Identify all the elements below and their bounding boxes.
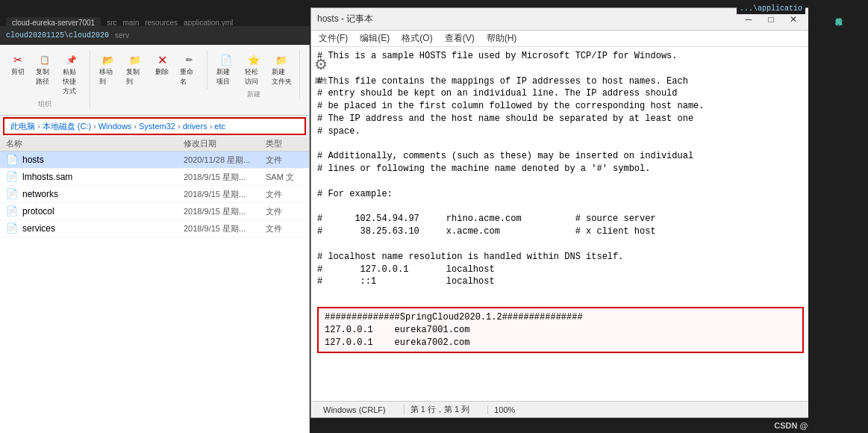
file-item-hosts[interactable]: 📄 hosts 2020/11/28 星期... 文件 [0,152,309,169]
ribbon-group-properties: ⚙ 属性 [306,51,342,87]
file-name-services: services [22,223,184,234]
highlight-box: ##############SpringCloud2020.1.2#######… [317,307,804,353]
folder-icon: 📁 [272,52,290,67]
delete-icon: ✕ [153,52,171,67]
delete-button[interactable]: ✕ 删除 [150,51,174,78]
copy-path-button[interactable]: 📋 复制路径 [33,51,57,88]
ide-right-text[interactable]: 检索服务 [830,6,846,18]
copy2-button[interactable]: 📁 复制到 [123,51,147,88]
file-icon-lmhosts: 📄 [6,171,18,183]
menu-help[interactable]: 帮助(H) [482,31,522,46]
file-icon-protocol: 📄 [6,205,18,217]
file-icon-networks: 📄 [6,188,18,200]
file-icon-services: 📄 [6,222,18,234]
file-name-networks: networks [22,189,184,199]
new-item-button[interactable]: 📄 新建项目 [213,51,239,88]
file-type-hosts: 文件 [266,155,303,166]
status-position: 第 1 行，第 1 列 [404,404,475,415]
menu-file[interactable]: 文件(F) [314,31,352,46]
file-item-services[interactable]: 📄 services 2018/9/15 星期... 文件 [0,220,309,237]
menu-edit[interactable]: 编辑(E) [355,31,394,46]
scissors-icon: ✂ [9,52,27,67]
rename-icon: ✏ [180,52,198,67]
ribbon-group-clipboard: ✂ 剪切 📋 复制路径 📌 粘贴快捷方式 组织 [6,51,90,109]
file-type-networks: 文件 [266,189,303,200]
copy2-icon: 📁 [126,52,144,67]
file-date-services: 2018/9/15 星期... [184,223,266,234]
notepad-titlebar: hosts - 记事本 ─ □ ✕ [311,8,810,31]
file-date-protocol: 2018/9/15 星期... [184,206,266,217]
file-name-lmhosts: lmhosts.sam [22,172,184,182]
copy-path-icon: 📋 [36,52,54,67]
col-header-date: 修改日期 [184,138,266,149]
file-item-lmhosts[interactable]: 📄 lmhosts.sam 2018/9/15 星期... SAM 文 [0,169,309,186]
move-button[interactable]: 📂 移动到 [96,51,120,88]
file-type-lmhosts: SAM 文 [266,172,303,183]
breadcrumb-drivers[interactable]: drivers [183,122,207,131]
notepad-statusbar: Windows (CRLF) 第 1 行，第 1 列 100% [311,401,810,417]
ide-tab-application[interactable]: application.yml [184,19,233,27]
properties-icon: ⚙ [309,52,333,76]
file-name-protocol: protocol [22,206,184,216]
menu-view[interactable]: 查看(V) [440,31,479,46]
new-item-icon: 📄 [217,52,235,67]
menu-format[interactable]: 格式(O) [397,31,437,46]
new-folder-button[interactable]: 📁 新建 文件夹 [269,51,293,88]
file-date-lmhosts: 2018/9/15 星期... [184,172,266,183]
cut-button[interactable]: ✂ 剪切 [6,51,30,78]
status-encoding: Windows (CRLF) [317,405,392,414]
easy-access-button[interactable]: ⭐ 轻松访问 [242,51,267,88]
file-name-hosts: hosts [22,155,184,165]
clipboard-label: 组织 [38,98,51,109]
ide-small-tag: ...\applicatio [737,3,805,14]
file-list-header: 名称 修改日期 类型 [0,137,309,152]
notepad-content[interactable]: # This is a sample HOSTS file used by Mi… [311,47,810,401]
col-header-type: 类型 [266,138,303,149]
notepad-title: hosts - 记事本 [317,13,738,25]
ide-tab-main[interactable]: main [123,19,140,27]
notepad-menubar: 文件(F) 编辑(E) 格式(O) 查看(V) 帮助(H) [311,31,810,47]
file-item-protocol[interactable]: 📄 protocol 2018/9/15 星期... 文件 [0,203,309,220]
breadcrumb-windows[interactable]: Windows [99,122,132,131]
file-date-hosts: 2020/11/28 星期... [184,155,266,166]
breadcrumb: 此电脑 › 本地磁盘 (C:) › Windows › System32 › d… [3,117,306,135]
file-item-networks[interactable]: 📄 networks 2018/9/15 星期... 文件 [0,186,309,203]
move-icon: 📂 [99,52,117,67]
file-list: 📄 hosts 2020/11/28 星期... 文件 📄 lmhosts.sa… [0,152,309,433]
paste-icon: 📌 [63,52,81,67]
properties-button[interactable]: ⚙ 属性 [306,51,336,87]
ribbon: ✂ 剪切 📋 复制路径 📌 粘贴快捷方式 组织 [0,45,309,116]
ribbon-group-new: 📄 新建项目 ⭐ 轻松访问 📁 新建 文件夹 新建 [213,51,300,99]
file-date-networks: 2018/9/15 星期... [184,189,266,200]
notepad-window: hosts - 记事本 ─ □ ✕ 文件(F) 编辑(E) 格式(O) 查看(V… [310,7,811,418]
file-explorer: ✂ 剪切 📋 复制路径 📌 粘贴快捷方式 组织 [0,45,310,433]
ide-tab-resources[interactable]: resources [145,19,178,27]
breadcrumb-pc[interactable]: 此电脑 [10,121,35,132]
ide-tab-src[interactable]: src [107,19,116,27]
breadcrumb-etc[interactable]: etc [214,122,225,131]
breadcrumb-system32[interactable]: System32 [139,122,175,131]
ribbon-group-organize: 📂 移动到 📁 复制到 ✕ 删除 ✏ 重命名 [96,51,207,90]
status-zoom: 100% [487,405,521,414]
col-header-name[interactable]: 名称 [6,138,184,149]
ide-address-bar: cloud20201125\cloud2020 [6,31,109,40]
file-type-services: 文件 [266,223,303,234]
ide-server-label: serv [115,31,129,40]
rename-button[interactable]: ✏ 重命名 [177,51,201,88]
breadcrumb-c[interactable]: 本地磁盘 (C:) [43,121,91,132]
easy-access-icon: ⭐ [245,52,263,67]
paste-shortcut-button[interactable]: 📌 粘贴快捷方式 [60,51,84,98]
file-icon-hosts: 📄 [6,154,18,166]
ide-right-panel: 检索服务 [808,0,868,433]
file-type-protocol: 文件 [266,206,303,217]
new-label: 新建 [247,88,260,99]
